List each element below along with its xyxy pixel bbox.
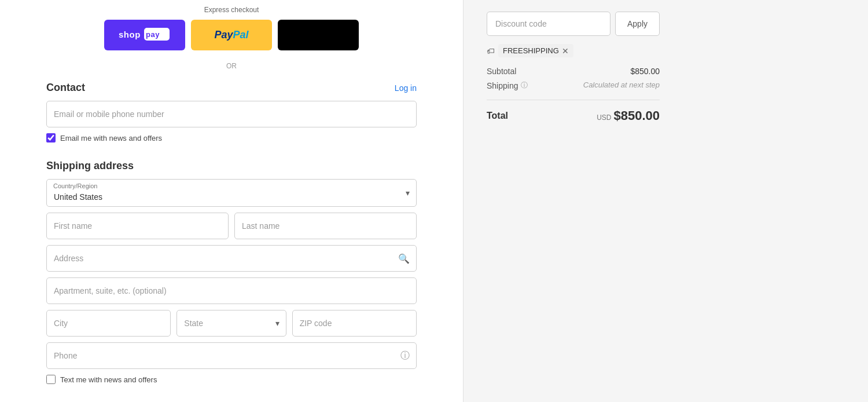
tag-row: 🏷 FREESHIPPING ✕ <box>487 44 660 57</box>
shipping-header: Shipping address <box>46 160 417 172</box>
country-label: Country/Region <box>53 182 97 189</box>
total-currency: USD <box>597 114 611 122</box>
left-panel: Express checkout shop pay PayPal OR Cont… <box>0 0 463 402</box>
total-value-wrapper: USD $850.00 <box>597 108 660 123</box>
first-name-input[interactable] <box>46 213 229 239</box>
address-input[interactable] <box>46 245 417 272</box>
contact-header: Contact Log in <box>46 82 417 94</box>
sms-label: Text me with news and offers <box>60 375 157 384</box>
freeshipping-label: FREESHIPPING <box>503 46 559 55</box>
shipping-info-icon[interactable]: ⓘ <box>521 81 528 90</box>
sms-checkbox[interactable] <box>46 375 56 384</box>
search-icon: 🔍 <box>398 253 410 264</box>
discount-input[interactable] <box>487 12 610 36</box>
express-checkout-label: Express checkout <box>46 6 417 14</box>
paypal-button[interactable]: PayPal <box>191 20 272 50</box>
subtotal-value: $850.00 <box>630 67 660 76</box>
shipping-section: Shipping address Country/Region United S… <box>46 160 417 396</box>
black-pay-button[interactable] <box>278 20 359 50</box>
svg-text:pay: pay <box>146 30 160 39</box>
shipping-value: Calculated at next step <box>583 81 660 90</box>
discount-row: Apply <box>487 12 660 36</box>
country-select[interactable]: United States <box>46 179 417 207</box>
log-in-link[interactable]: Log in <box>395 83 417 93</box>
newsletter-checkbox[interactable] <box>46 133 56 142</box>
apartment-input[interactable] <box>46 277 417 304</box>
shopPay-button[interactable]: shop pay <box>104 20 185 50</box>
apply-button[interactable]: Apply <box>615 12 660 36</box>
phone-wrapper: ⓘ <box>46 342 417 369</box>
state-select[interactable]: State <box>176 310 286 337</box>
shipping-row: Shipping ⓘ Calculated at next step <box>487 81 660 90</box>
total-amount: $850.00 <box>613 108 660 123</box>
subtotal-row: Subtotal $850.00 <box>487 67 660 76</box>
tag-icon: 🏷 <box>487 46 495 56</box>
right-panel: Apply 🏷 FREESHIPPING ✕ Subtotal $850.00 … <box>463 0 683 402</box>
express-buttons: shop pay PayPal <box>46 20 417 50</box>
phone-input[interactable] <box>46 342 417 369</box>
shipping-label: Shipping ⓘ <box>487 81 528 90</box>
freeshipping-badge: FREESHIPPING ✕ <box>498 44 573 57</box>
subtotal-label: Subtotal <box>487 67 516 76</box>
shipping-text: Shipping <box>487 81 518 90</box>
last-name-input[interactable] <box>234 213 417 239</box>
address-wrapper: 🔍 <box>46 245 417 272</box>
city-input[interactable] <box>46 310 171 337</box>
city-state-zip-row: State ▾ <box>46 310 417 337</box>
info-icon[interactable]: ⓘ <box>400 350 410 362</box>
tag-remove-button[interactable]: ✕ <box>562 47 569 55</box>
total-row: Total USD $850.00 <box>487 100 660 123</box>
newsletter-row: Email me with news and offers <box>46 133 417 142</box>
name-row <box>46 213 417 239</box>
email-input[interactable] <box>46 101 417 127</box>
newsletter-label: Email me with news and offers <box>60 134 162 142</box>
paypal-label: PayPal <box>214 29 248 41</box>
country-wrapper: Country/Region United States ▾ <box>46 179 417 207</box>
shopPay-label: shop pay <box>119 28 171 42</box>
zip-input[interactable] <box>292 310 417 337</box>
shipping-title: Shipping address <box>46 160 134 172</box>
sms-row: Text me with news and offers <box>46 375 417 384</box>
contact-title: Contact <box>46 82 85 94</box>
total-label: Total <box>487 111 508 121</box>
svg-text:shop: shop <box>119 30 141 39</box>
state-wrapper: State ▾ <box>176 310 286 337</box>
or-divider: OR <box>46 62 417 70</box>
